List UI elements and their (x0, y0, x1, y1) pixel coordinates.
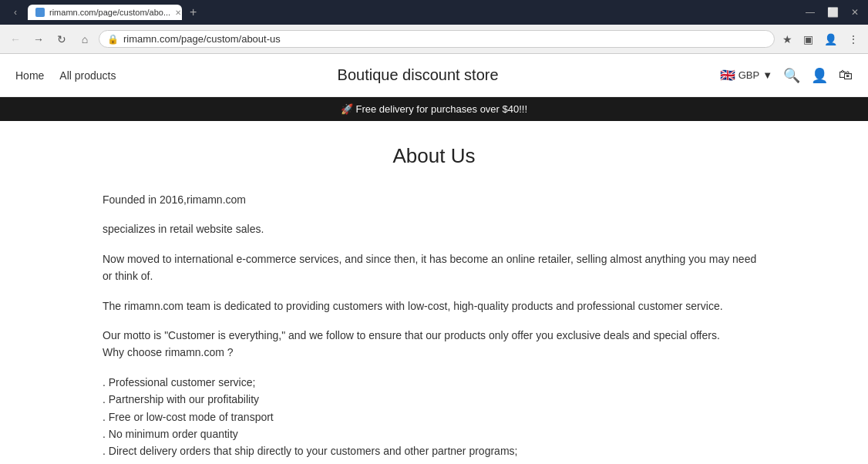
para-1: Founded in 2016,rimamn.com (103, 191, 765, 208)
flag-icon: 🇬🇧 (720, 68, 735, 82)
tab-favicon (35, 8, 45, 17)
more-options-icon[interactable]: ⋮ (845, 32, 862, 47)
browser-title-bar: ‹ rimamn.com/page/custom/abo... ✕ + — ⬜ … (0, 0, 868, 25)
para-4: The rimamn.com team is dedicated to prov… (103, 298, 765, 314)
page-content: About Us Founded in 2016,rimamn.com spec… (87, 121, 781, 464)
extensions-icon[interactable]: ▣ (800, 32, 816, 47)
site-navigation: Home All products Boutique discount stor… (0, 54, 868, 97)
para-3: Now moved to international e-commerce se… (103, 250, 765, 285)
currency-chevron-icon: ▼ (762, 69, 772, 81)
para-2: specializes in retail website sales. (103, 220, 765, 237)
browser-toolbar: ← → ↻ ⌂ 🔒 ★ ▣ 👤 ⋮ (0, 25, 868, 54)
back-button[interactable]: ← (6, 30, 25, 49)
nav-all-products[interactable]: All products (59, 69, 116, 82)
minimize-button[interactable]: — (802, 5, 818, 19)
tab-back-icon[interactable]: ‹ (6, 3, 25, 22)
home-button[interactable]: ⌂ (76, 30, 94, 49)
search-icon[interactable]: 🔍 (783, 67, 800, 84)
content-body: Founded in 2016,rimamn.com specializes i… (103, 191, 765, 464)
window-controls: — ⬜ ✕ (802, 5, 862, 19)
nav-left: Home All products (15, 69, 116, 82)
nav-home[interactable]: Home (15, 69, 44, 82)
promo-text: 🚀 Free delivery for purchases over $40!!… (341, 103, 527, 115)
address-bar-container[interactable]: 🔒 (99, 30, 775, 48)
currency-label: GBP (738, 69, 759, 81)
restore-button[interactable]: ⬜ (824, 5, 842, 19)
close-button[interactable]: ✕ (848, 5, 862, 19)
tab-close-icon[interactable]: ✕ (175, 8, 181, 17)
account-icon[interactable]: 👤 (811, 67, 828, 84)
forward-button[interactable]: → (29, 30, 48, 49)
browser-tabs: ‹ rimamn.com/page/custom/abo... ✕ + (6, 3, 201, 22)
browser-chrome: ‹ rimamn.com/page/custom/abo... ✕ + — ⬜ … (0, 0, 868, 54)
promo-banner: 🚀 Free delivery for purchases over $40!!… (0, 97, 868, 121)
nav-right: 🇬🇧 GBP ▼ 🔍 👤 🛍 (720, 67, 853, 84)
address-bar[interactable] (123, 33, 766, 45)
para-6: . Professional customer service; . Partn… (103, 374, 765, 464)
secure-icon: 🔒 (107, 34, 119, 45)
profile-icon[interactable]: 👤 (821, 32, 840, 47)
page-title: About Us (103, 144, 765, 168)
para-5: Our motto is "Customer is everything," a… (103, 327, 765, 361)
site-title: Boutique discount store (116, 66, 720, 84)
tab-label: rimamn.com/page/custom/abo... (49, 8, 170, 17)
cart-icon[interactable]: 🛍 (839, 67, 853, 83)
new-tab-button[interactable]: + (185, 4, 201, 21)
browser-tab-active[interactable]: rimamn.com/page/custom/abo... ✕ (28, 5, 182, 20)
reload-button[interactable]: ↻ (52, 30, 71, 49)
currency-selector[interactable]: 🇬🇧 GBP ▼ (720, 68, 772, 82)
bookmark-icon[interactable]: ★ (779, 32, 796, 47)
